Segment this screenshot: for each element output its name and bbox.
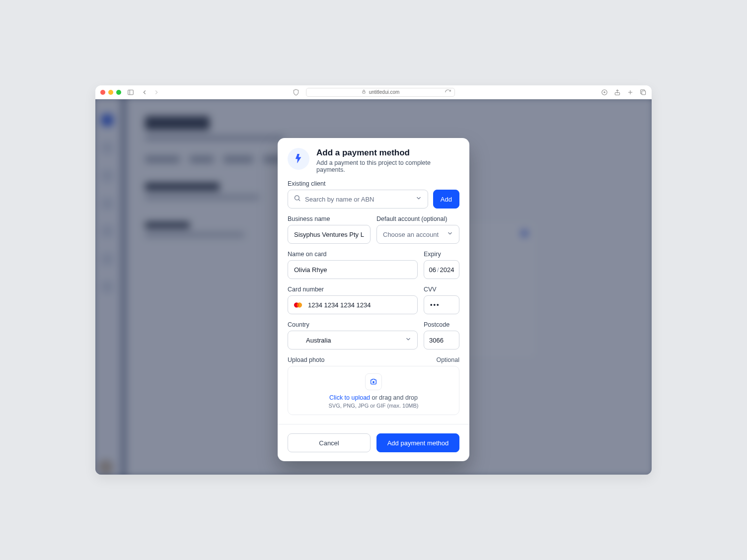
svg-rect-2	[363, 91, 365, 93]
name-on-card-input[interactable]	[288, 260, 418, 279]
sidebar-toggle-icon[interactable]	[127, 89, 134, 96]
mastercard-icon	[293, 301, 303, 308]
add-payment-method-button[interactable]: Add payment method	[376, 433, 459, 452]
optional-label: Optional	[436, 356, 459, 363]
tabs-icon[interactable]	[640, 89, 647, 96]
search-icon	[294, 195, 301, 204]
browser-window: untitledui.com	[95, 85, 652, 475]
window-controls	[100, 90, 121, 95]
postcode-label: Postcode	[424, 321, 459, 328]
browser-chrome: untitledui.com	[95, 85, 652, 99]
svg-point-12	[373, 381, 374, 383]
maximize-window-button[interactable]	[116, 90, 121, 95]
upload-area[interactable]: Click to upload or drag and drop SVG, PN…	[288, 366, 459, 415]
chevron-down-icon[interactable]	[415, 195, 422, 204]
cvv-input[interactable]: •••	[424, 295, 459, 314]
camera-icon	[365, 373, 382, 390]
viewport: Add a payment method Add a payment to th…	[95, 99, 652, 475]
expiry-input[interactable]: 06 / 2024	[424, 260, 459, 279]
expiry-separator: /	[437, 266, 439, 274]
existing-client-label: Existing client	[288, 180, 459, 187]
svg-rect-7	[642, 91, 646, 95]
nav-forward-icon[interactable]	[153, 89, 160, 96]
upload-photo-label: Upload photo	[288, 356, 324, 363]
add-payment-method-modal: Add a payment method Add a payment to th…	[278, 138, 469, 461]
country-select[interactable]	[288, 331, 418, 350]
upload-hint-text: SVG, PNG, JPG or GIF (max. 10MB)	[329, 403, 419, 409]
svg-point-8	[295, 196, 299, 200]
card-number-input[interactable]	[288, 295, 418, 314]
reload-icon[interactable]	[445, 89, 451, 96]
share-icon[interactable]	[614, 89, 621, 96]
modal-footer: Cancel Add payment method	[278, 424, 469, 461]
country-label: Country	[288, 321, 418, 328]
chevron-down-icon[interactable]	[405, 336, 412, 345]
business-name-input[interactable]	[288, 225, 371, 244]
download-icon[interactable]	[601, 89, 608, 96]
cvv-label: CVV	[424, 286, 459, 293]
cancel-button[interactable]: Cancel	[288, 433, 371, 452]
expiry-month: 06	[429, 266, 436, 274]
drag-drop-text: or drag and drop	[370, 394, 418, 401]
expiry-year: 2024	[440, 266, 454, 274]
modal-header-icon	[288, 148, 309, 170]
expiry-label: Expiry	[424, 251, 459, 258]
modal-subtitle: Add a payment to this project to complet…	[316, 159, 459, 173]
modal-title: Add a payment method	[316, 148, 459, 158]
close-window-button[interactable]	[100, 90, 105, 95]
business-name-label: Business name	[288, 215, 371, 222]
lock-icon	[362, 89, 366, 95]
click-to-upload-link[interactable]: Click to upload	[329, 394, 370, 401]
default-account-label: Default account (optional)	[376, 215, 459, 222]
svg-line-9	[299, 200, 300, 201]
new-tab-icon[interactable]	[627, 89, 634, 96]
chevron-down-icon[interactable]	[447, 230, 453, 239]
card-number-label: Card number	[288, 286, 418, 293]
privacy-shield-icon[interactable]	[293, 89, 299, 96]
url-bar[interactable]: untitledui.com	[306, 88, 455, 97]
nav-back-icon[interactable]	[141, 89, 148, 96]
existing-client-search-input[interactable]	[288, 190, 428, 209]
name-on-card-label: Name on card	[288, 251, 418, 258]
postcode-input[interactable]	[424, 331, 459, 350]
minimize-window-button[interactable]	[108, 90, 113, 95]
svg-rect-0	[128, 90, 134, 94]
url-text: untitledui.com	[369, 89, 400, 95]
add-client-button[interactable]: Add	[433, 190, 459, 209]
